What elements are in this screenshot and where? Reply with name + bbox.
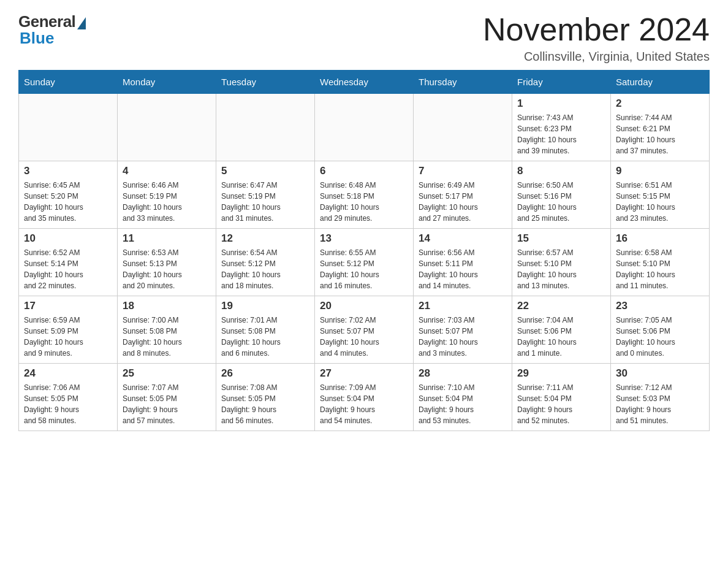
calendar-cell: 23Sunrise: 7:05 AMSunset: 5:06 PMDayligh… <box>611 296 710 364</box>
day-number: 8 <box>517 165 605 177</box>
day-number: 13 <box>320 232 408 245</box>
day-sun-info: Sunrise: 6:48 AMSunset: 5:18 PMDaylight:… <box>320 180 408 224</box>
calendar-cell: 22Sunrise: 7:04 AMSunset: 5:06 PMDayligh… <box>512 296 611 364</box>
day-number: 5 <box>221 165 309 177</box>
day-sun-info: Sunrise: 7:05 AMSunset: 5:06 PMDaylight:… <box>616 315 704 359</box>
day-sun-info: Sunrise: 7:12 AMSunset: 5:03 PMDaylight:… <box>616 382 704 426</box>
day-number: 6 <box>320 165 408 177</box>
title-section: November 2024 Collinsville, Virginia, Un… <box>483 12 710 64</box>
week-row-4: 17Sunrise: 6:59 AMSunset: 5:09 PMDayligh… <box>19 296 710 364</box>
calendar-cell: 24Sunrise: 7:06 AMSunset: 5:05 PMDayligh… <box>19 364 118 431</box>
day-sun-info: Sunrise: 6:50 AMSunset: 5:16 PMDaylight:… <box>517 180 605 224</box>
calendar-cell: 26Sunrise: 7:08 AMSunset: 5:05 PMDayligh… <box>216 364 315 431</box>
week-row-1: 1Sunrise: 7:43 AMSunset: 6:23 PMDaylight… <box>19 94 710 161</box>
calendar-table: SundayMondayTuesdayWednesdayThursdayFrid… <box>18 70 710 431</box>
day-sun-info: Sunrise: 7:03 AMSunset: 5:07 PMDaylight:… <box>419 315 507 359</box>
calendar-cell: 8Sunrise: 6:50 AMSunset: 5:16 PMDaylight… <box>512 161 611 229</box>
calendar-cell: 4Sunrise: 6:46 AMSunset: 5:19 PMDaylight… <box>118 161 216 229</box>
day-sun-info: Sunrise: 6:55 AMSunset: 5:12 PMDaylight:… <box>320 247 408 291</box>
day-number: 29 <box>517 367 605 380</box>
day-sun-info: Sunrise: 6:51 AMSunset: 5:15 PMDaylight:… <box>616 180 704 224</box>
day-number: 22 <box>517 300 605 312</box>
day-sun-info: Sunrise: 6:57 AMSunset: 5:10 PMDaylight:… <box>517 247 605 291</box>
logo-triangle-icon <box>77 17 86 29</box>
calendar-cell: 13Sunrise: 6:55 AMSunset: 5:12 PMDayligh… <box>315 229 414 296</box>
calendar-cell: 28Sunrise: 7:10 AMSunset: 5:04 PMDayligh… <box>414 364 512 431</box>
calendar-cell <box>414 94 512 161</box>
calendar-cell: 29Sunrise: 7:11 AMSunset: 5:04 PMDayligh… <box>512 364 611 431</box>
page-header: General Blue November 2024 Collinsville,… <box>18 12 710 64</box>
week-row-3: 10Sunrise: 6:52 AMSunset: 5:14 PMDayligh… <box>19 229 710 296</box>
day-sun-info: Sunrise: 7:08 AMSunset: 5:05 PMDaylight:… <box>221 382 309 426</box>
calendar-cell: 12Sunrise: 6:54 AMSunset: 5:12 PMDayligh… <box>216 229 315 296</box>
calendar-header: SundayMondayTuesdayWednesdayThursdayFrid… <box>19 71 710 94</box>
day-number: 14 <box>419 232 507 245</box>
day-number: 9 <box>616 165 704 177</box>
day-number: 19 <box>221 300 309 312</box>
day-sun-info: Sunrise: 7:11 AMSunset: 5:04 PMDaylight:… <box>517 382 605 426</box>
week-row-5: 24Sunrise: 7:06 AMSunset: 5:05 PMDayligh… <box>19 364 710 431</box>
day-sun-info: Sunrise: 6:53 AMSunset: 5:13 PMDaylight:… <box>123 247 211 291</box>
day-sun-info: Sunrise: 7:43 AMSunset: 6:23 PMDaylight:… <box>517 112 605 156</box>
weekday-header-monday: Monday <box>118 71 216 94</box>
calendar-cell: 17Sunrise: 6:59 AMSunset: 5:09 PMDayligh… <box>19 296 118 364</box>
weekday-header-wednesday: Wednesday <box>315 71 414 94</box>
calendar-cell: 7Sunrise: 6:49 AMSunset: 5:17 PMDaylight… <box>414 161 512 229</box>
calendar-cell: 5Sunrise: 6:47 AMSunset: 5:19 PMDaylight… <box>216 161 315 229</box>
calendar-cell: 19Sunrise: 7:01 AMSunset: 5:08 PMDayligh… <box>216 296 315 364</box>
calendar-cell: 6Sunrise: 6:48 AMSunset: 5:18 PMDaylight… <box>315 161 414 229</box>
calendar-cell: 21Sunrise: 7:03 AMSunset: 5:07 PMDayligh… <box>414 296 512 364</box>
day-sun-info: Sunrise: 7:04 AMSunset: 5:06 PMDaylight:… <box>517 315 605 359</box>
day-sun-info: Sunrise: 7:01 AMSunset: 5:08 PMDaylight:… <box>221 315 309 359</box>
day-number: 15 <box>517 232 605 245</box>
calendar-cell: 3Sunrise: 6:45 AMSunset: 5:20 PMDaylight… <box>19 161 118 229</box>
calendar-cell <box>315 94 414 161</box>
week-row-2: 3Sunrise: 6:45 AMSunset: 5:20 PMDaylight… <box>19 161 710 229</box>
day-number: 25 <box>123 367 211 380</box>
day-sun-info: Sunrise: 7:00 AMSunset: 5:08 PMDaylight:… <box>123 315 211 359</box>
calendar-cell: 18Sunrise: 7:00 AMSunset: 5:08 PMDayligh… <box>118 296 216 364</box>
calendar-cell: 25Sunrise: 7:07 AMSunset: 5:05 PMDayligh… <box>118 364 216 431</box>
calendar-cell: 9Sunrise: 6:51 AMSunset: 5:15 PMDaylight… <box>611 161 710 229</box>
day-sun-info: Sunrise: 7:09 AMSunset: 5:04 PMDaylight:… <box>320 382 408 426</box>
day-sun-info: Sunrise: 7:06 AMSunset: 5:05 PMDaylight:… <box>24 382 112 426</box>
day-sun-info: Sunrise: 6:49 AMSunset: 5:17 PMDaylight:… <box>419 180 507 224</box>
calendar-cell: 10Sunrise: 6:52 AMSunset: 5:14 PMDayligh… <box>19 229 118 296</box>
weekday-header-sunday: Sunday <box>19 71 118 94</box>
day-sun-info: Sunrise: 6:52 AMSunset: 5:14 PMDaylight:… <box>24 247 112 291</box>
day-number: 7 <box>419 165 507 177</box>
day-number: 2 <box>616 98 704 110</box>
calendar-cell: 2Sunrise: 7:44 AMSunset: 6:21 PMDaylight… <box>611 94 710 161</box>
day-number: 26 <box>221 367 309 380</box>
day-sun-info: Sunrise: 7:02 AMSunset: 5:07 PMDaylight:… <box>320 315 408 359</box>
day-number: 18 <box>123 300 211 312</box>
calendar-cell <box>19 94 118 161</box>
calendar-cell <box>216 94 315 161</box>
calendar-cell: 11Sunrise: 6:53 AMSunset: 5:13 PMDayligh… <box>118 229 216 296</box>
day-number: 17 <box>24 300 112 312</box>
month-year-title: November 2024 <box>483 12 710 47</box>
calendar-cell: 20Sunrise: 7:02 AMSunset: 5:07 PMDayligh… <box>315 296 414 364</box>
day-sun-info: Sunrise: 6:59 AMSunset: 5:09 PMDaylight:… <box>24 315 112 359</box>
weekday-header-tuesday: Tuesday <box>216 71 315 94</box>
day-sun-info: Sunrise: 6:47 AMSunset: 5:19 PMDaylight:… <box>221 180 309 224</box>
day-number: 11 <box>123 232 211 245</box>
day-sun-info: Sunrise: 7:10 AMSunset: 5:04 PMDaylight:… <box>419 382 507 426</box>
day-number: 12 <box>221 232 309 245</box>
day-sun-info: Sunrise: 6:45 AMSunset: 5:20 PMDaylight:… <box>24 180 112 224</box>
calendar-cell: 27Sunrise: 7:09 AMSunset: 5:04 PMDayligh… <box>315 364 414 431</box>
day-number: 1 <box>517 98 605 110</box>
day-number: 27 <box>320 367 408 380</box>
day-number: 10 <box>24 232 112 245</box>
day-sun-info: Sunrise: 7:44 AMSunset: 6:21 PMDaylight:… <box>616 112 704 156</box>
day-number: 23 <box>616 300 704 312</box>
day-sun-info: Sunrise: 6:54 AMSunset: 5:12 PMDaylight:… <box>221 247 309 291</box>
day-sun-info: Sunrise: 6:58 AMSunset: 5:10 PMDaylight:… <box>616 247 704 291</box>
day-number: 16 <box>616 232 704 245</box>
location-subtitle: Collinsville, Virginia, United States <box>483 50 710 64</box>
day-number: 20 <box>320 300 408 312</box>
day-number: 4 <box>123 165 211 177</box>
calendar-body: 1Sunrise: 7:43 AMSunset: 6:23 PMDaylight… <box>19 94 710 431</box>
day-number: 30 <box>616 367 704 380</box>
weekday-header-friday: Friday <box>512 71 611 94</box>
